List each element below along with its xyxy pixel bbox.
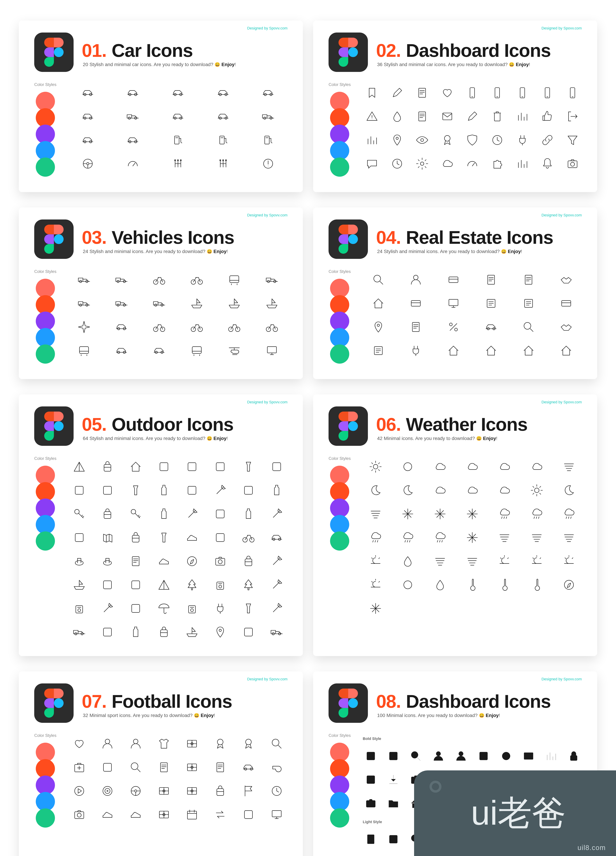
image-2-icon [363, 795, 379, 812]
svg-rect-132 [244, 811, 253, 819]
svg-rect-153 [367, 834, 374, 844]
hat-icon [68, 553, 90, 570]
svg-rect-41 [79, 347, 89, 354]
gauge-icon [463, 155, 481, 172]
bus-2-icon [181, 342, 212, 359]
snow-icon [427, 505, 453, 522]
card-title: Dashboard Icons [406, 691, 551, 712]
svg-rect-62 [188, 463, 196, 471]
card-number: 06. [376, 414, 401, 435]
funnel-icon [563, 131, 582, 149]
icon-pack-card: Designed by Spovv.com 01. Car Icons 20 S… [19, 20, 303, 192]
svg-point-128 [77, 813, 81, 817]
taxi-icon [106, 319, 137, 336]
cloud-moon-2-icon [459, 482, 485, 499]
watermark-brand: ui老爸 [471, 790, 566, 836]
wallet-icon [400, 295, 432, 312]
glasses-icon [97, 553, 118, 570]
svg-rect-0 [175, 136, 179, 144]
icon-pack-card: Designed by Spovv.com 03. Vehicles Icons… [19, 208, 303, 379]
svg-rect-48 [525, 275, 532, 284]
trailer-2-icon [266, 624, 287, 640]
money-icon [438, 271, 469, 288]
percent-icon [438, 319, 469, 336]
svg-rect-109 [103, 764, 112, 771]
color-styles-label: Color Styles [329, 456, 351, 461]
svg-rect-47 [488, 275, 495, 284]
umbrella-icon [153, 600, 175, 617]
icon-grid [68, 84, 287, 172]
motorbike-icon [181, 271, 212, 288]
clock-icon [488, 131, 507, 149]
color-styles-panel: Color Styles [329, 82, 351, 177]
motorcycle-icon [144, 319, 175, 336]
svg-point-102 [134, 739, 138, 744]
svg-point-140 [502, 752, 510, 760]
medal-icon [209, 735, 231, 752]
color-styles-label: Color Styles [34, 82, 57, 87]
svg-rect-17 [570, 88, 575, 98]
desk-icon [363, 342, 394, 359]
svg-rect-67 [188, 487, 196, 494]
color-styles-label: Color Styles [34, 269, 57, 274]
rain-heavy-icon [427, 529, 453, 546]
sale-tag-icon [551, 295, 582, 312]
weather-icon [238, 806, 260, 823]
svg-rect-1 [220, 136, 224, 144]
speedboat-icon [181, 295, 212, 312]
shorts-icon [68, 529, 90, 546]
svg-rect-73 [75, 534, 83, 542]
cloud-icon [438, 155, 456, 172]
svg-rect-80 [216, 558, 225, 565]
trophy-icon [238, 735, 260, 752]
svg-rect-75 [216, 534, 224, 542]
svg-rect-55 [412, 322, 419, 331]
users-icon [453, 747, 469, 765]
airplane-icon [68, 319, 100, 336]
knife-icon [209, 482, 231, 499]
svg-point-99 [404, 581, 412, 589]
fuel-pump-icon [158, 131, 197, 149]
clipboard-2-icon [209, 759, 231, 776]
search-icon [363, 271, 394, 288]
drop-down-icon [395, 553, 421, 570]
card-subtitle: 24 Stylish and minimal icons. Are you re… [377, 249, 553, 254]
svg-rect-14 [495, 88, 500, 98]
icon-grid [363, 84, 582, 172]
color-swatch [36, 531, 55, 551]
svg-rect-2 [265, 136, 269, 144]
car-small-icon [106, 342, 137, 359]
card-title: Weather Icons [406, 414, 527, 435]
svg-point-57 [455, 328, 458, 331]
circle-icon [395, 458, 421, 475]
sun-icon [363, 458, 389, 475]
tickets-icon [97, 759, 118, 776]
link-icon [538, 131, 557, 149]
svg-point-107 [272, 739, 279, 746]
inbox-icon [386, 747, 401, 765]
growth-icon [513, 155, 532, 172]
card-title: Football Icons [112, 691, 232, 712]
watermark-url: uil8.com [578, 844, 606, 851]
kayak-icon [181, 624, 203, 640]
svg-rect-89 [132, 605, 140, 613]
substitution-icon [209, 806, 231, 823]
knife-2-icon [97, 600, 118, 617]
bottle-2-icon [125, 624, 147, 640]
card-subtitle: 100 Minimal icons. Are you ready to down… [377, 713, 551, 718]
icon-pack-card: Designed by Spovv.com 06. Weather Icons … [313, 394, 597, 656]
binoculars-icon [209, 529, 231, 546]
svg-rect-68 [244, 487, 253, 494]
yacht-icon [257, 295, 287, 312]
sunset-icon [492, 553, 517, 570]
icon-pack-card: Designed by Spovv.com 05. Outdoor Icons … [19, 394, 303, 656]
no-sun-icon [524, 482, 550, 499]
lantern-icon [238, 458, 260, 475]
svg-rect-50 [449, 299, 458, 306]
color-swatch [330, 157, 349, 177]
designed-by-label: Designed by Spovv.com [247, 677, 287, 681]
cooler-icon [153, 624, 175, 640]
card-subtitle: 20 Stylish and minimal car icons. Are yo… [83, 62, 236, 67]
svg-rect-143 [367, 776, 375, 784]
canteen-icon [153, 505, 175, 522]
